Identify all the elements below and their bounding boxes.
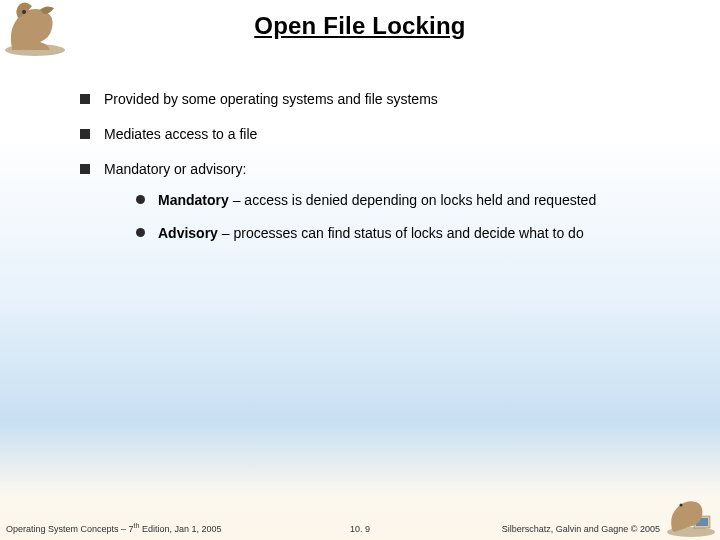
bullet-text: Mediates access to a file — [104, 126, 257, 142]
footer-left: Operating System Concepts – 7th Edition,… — [6, 522, 221, 534]
bullet-item: Mediates access to a file — [80, 125, 660, 144]
bullet-text: Provided by some operating systems and f… — [104, 91, 438, 107]
sub-bold: Advisory — [158, 225, 218, 241]
bullet-item: Mandatory or advisory: Mandatory – acces… — [80, 160, 660, 243]
slide-footer: Operating System Concepts – 7th Edition,… — [0, 516, 720, 534]
slide-title: Open File Locking — [0, 0, 720, 40]
sub-item: Mandatory – access is denied depending o… — [136, 191, 660, 210]
footer-page-number: 10. 9 — [350, 524, 370, 534]
sub-rest: – processes can find status of locks and… — [218, 225, 584, 241]
sub-rest: – access is denied depending on locks he… — [229, 192, 596, 208]
sub-list: Mandatory – access is denied depending o… — [136, 191, 660, 243]
sub-item: Advisory – processes can find status of … — [136, 224, 660, 243]
svg-point-5 — [680, 504, 683, 507]
dino-icon-top — [0, 0, 70, 58]
slide-content: Provided by some operating systems and f… — [80, 90, 660, 258]
bullet-text: Mandatory or advisory: — [104, 161, 246, 177]
bullet-list: Provided by some operating systems and f… — [80, 90, 660, 242]
bullet-item: Provided by some operating systems and f… — [80, 90, 660, 109]
footer-right: Silberschatz, Galvin and Gagne © 2005 — [502, 524, 660, 534]
sub-bold: Mandatory — [158, 192, 229, 208]
svg-point-1 — [22, 10, 26, 14]
